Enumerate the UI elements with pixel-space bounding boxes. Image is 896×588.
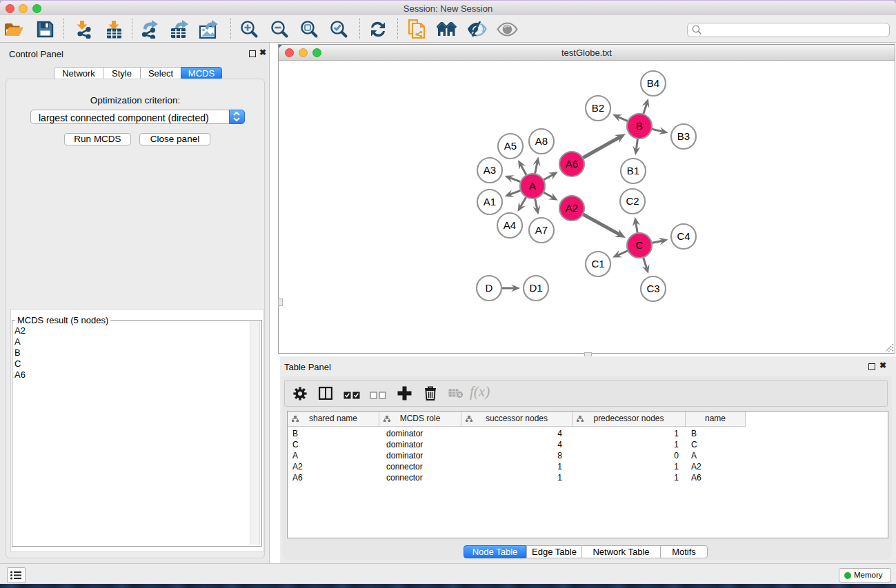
svg-text:A5: A5: [504, 140, 517, 152]
svg-text:C3: C3: [646, 283, 659, 294]
svg-text:A3: A3: [484, 164, 496, 176]
svg-text:A6: A6: [566, 158, 578, 170]
svg-text:A4: A4: [504, 219, 516, 231]
svg-text:B3: B3: [677, 130, 690, 142]
svg-text:C4: C4: [677, 230, 690, 242]
svg-text:B: B: [636, 120, 643, 132]
svg-text:B2: B2: [592, 102, 604, 114]
svg-text:A7: A7: [535, 224, 548, 236]
svg-text:C2: C2: [626, 195, 639, 207]
svg-text:C: C: [636, 239, 644, 251]
svg-text:A1: A1: [484, 196, 496, 207]
svg-text:A8: A8: [535, 135, 548, 147]
svg-text:B4: B4: [647, 77, 659, 89]
svg-text:D: D: [486, 282, 493, 294]
svg-text:A: A: [529, 180, 536, 192]
svg-text:B1: B1: [627, 165, 639, 176]
svg-text:A2: A2: [566, 202, 578, 214]
svg-text:D1: D1: [529, 282, 542, 294]
svg-text:C1: C1: [591, 258, 604, 270]
